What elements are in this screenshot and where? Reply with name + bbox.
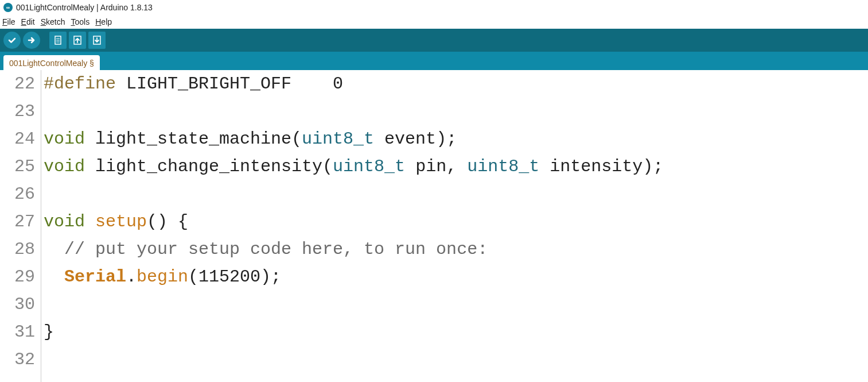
- code-line[interactable]: // put your setup code here, to run once…: [44, 236, 868, 263]
- menu-edit[interactable]: Edit: [21, 17, 35, 26]
- code-line[interactable]: [44, 346, 868, 373]
- file-icon: [53, 35, 63, 45]
- line-number: 27: [0, 208, 35, 236]
- menu-sketch[interactable]: Sketch: [41, 17, 65, 26]
- code-content[interactable]: #define LIGHT_BRIGHT_OFF 0void light_sta…: [41, 70, 868, 382]
- code-line[interactable]: #define LIGHT_BRIGHT_OFF 0: [44, 70, 868, 98]
- menubar: File Edit Sketch Tools Help: [0, 15, 868, 29]
- code-line[interactable]: [44, 98, 868, 125]
- line-number: 31: [0, 318, 35, 346]
- code-line[interactable]: }: [44, 318, 868, 346]
- menu-help[interactable]: Help: [95, 17, 112, 26]
- arrow-up-icon: [73, 35, 82, 45]
- verify-button[interactable]: [3, 32, 21, 49]
- code-line[interactable]: [44, 180, 868, 208]
- menu-file[interactable]: File: [2, 17, 15, 26]
- upload-button[interactable]: [23, 32, 40, 49]
- line-number: 22: [0, 70, 35, 98]
- code-line[interactable]: void light_state_machine(uint8_t event);: [44, 125, 868, 153]
- code-line[interactable]: [44, 291, 868, 318]
- line-number: 30: [0, 291, 35, 318]
- code-editor[interactable]: 2223242526272829303132 #define LIGHT_BRI…: [0, 70, 868, 382]
- window-title: 001LightControlMealy | Arduino 1.8.13: [16, 3, 153, 12]
- code-line[interactable]: void light_change_intensity(uint8_t pin,…: [44, 153, 868, 180]
- line-number: 26: [0, 180, 35, 208]
- app-icon: ∞: [3, 3, 13, 12]
- line-gutter: 2223242526272829303132: [0, 70, 41, 382]
- tab-active[interactable]: 001LightControlMealy §: [3, 55, 100, 70]
- open-button[interactable]: [69, 32, 86, 49]
- save-button[interactable]: [88, 32, 106, 49]
- tabbar: 001LightControlMealy §: [0, 52, 868, 70]
- line-number: 24: [0, 125, 35, 153]
- line-number: 28: [0, 236, 35, 263]
- code-line[interactable]: void setup() {: [44, 208, 868, 236]
- toolbar: [0, 29, 868, 52]
- code-line[interactable]: Serial.begin(115200);: [44, 263, 868, 291]
- menu-tools[interactable]: Tools: [71, 17, 90, 26]
- line-number: 25: [0, 153, 35, 180]
- arrow-right-icon: [27, 36, 36, 45]
- arrow-down-icon: [92, 35, 102, 45]
- titlebar: ∞ 001LightControlMealy | Arduino 1.8.13: [0, 0, 868, 15]
- check-icon: [7, 36, 17, 45]
- line-number: 29: [0, 263, 35, 291]
- new-button[interactable]: [49, 32, 67, 49]
- line-number: 32: [0, 346, 35, 373]
- line-number: 23: [0, 98, 35, 125]
